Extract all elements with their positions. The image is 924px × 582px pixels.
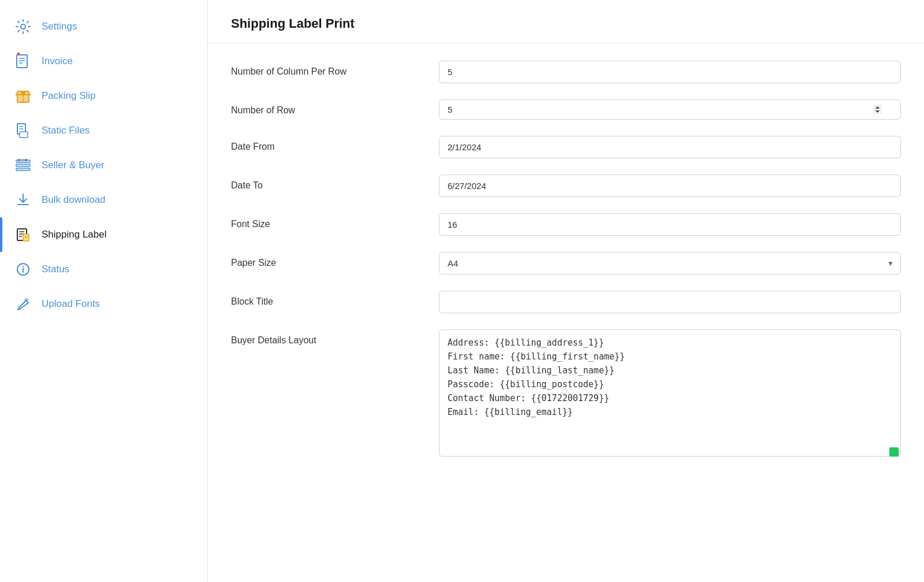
paper-size-select[interactable]: A4 A5 Letter Legal (439, 252, 901, 275)
sidebar-item-bulk-download[interactable]: Bulk download (0, 183, 207, 217)
form-row-column-per-row: Number of Column Per Row (231, 61, 901, 83)
sidebar-item-packing-slip-label: Packing Slip (42, 90, 96, 102)
shelf-icon (14, 156, 32, 175)
label-column-per-row: Number of Column Per Row (231, 61, 416, 77)
sidebar-item-invoice-label: Invoice (42, 55, 73, 67)
sidebar-item-bulk-download-label: Bulk download (42, 194, 106, 206)
date-to-wrapper (439, 175, 901, 197)
number-of-row-stepper-wrapper (439, 99, 901, 120)
column-per-row-input[interactable] (439, 61, 901, 83)
number-of-row-wrapper (439, 99, 901, 120)
page-title: Shipping Label Print (231, 16, 901, 31)
label-block-title: Block Title (231, 291, 416, 307)
form-row-paper-size: Paper Size A4 A5 Letter Legal ▼ (231, 252, 901, 275)
svg-rect-18 (25, 159, 27, 161)
label-font-size: Font Size (231, 213, 416, 229)
svg-rect-1 (17, 55, 27, 68)
buyer-details-textarea-wrapper: Address: {{billing_address_1}} First nam… (439, 329, 901, 459)
form-row-buyer-details: Buyer Details Layout Address: {{billing_… (231, 329, 901, 459)
svg-rect-16 (18, 159, 20, 161)
form-row-number-of-row: Number of Row (231, 99, 901, 120)
form-row-block-title: Block Title (231, 291, 901, 313)
sidebar-item-invoice[interactable]: Invoice (0, 44, 207, 79)
sidebar-item-upload-fonts[interactable]: Upload Fonts (0, 287, 207, 321)
font-size-input[interactable] (439, 213, 901, 236)
page-header: Shipping Label Print (208, 0, 924, 43)
date-to-input[interactable] (439, 175, 901, 197)
form-body: Number of Column Per Row Number of Row D… (208, 43, 924, 492)
info-icon (14, 260, 32, 279)
sidebar-item-shipping-label-label: Shipping Label (42, 229, 106, 240)
block-title-wrapper (439, 291, 901, 313)
sidebar-item-settings-label: Settings (42, 21, 77, 32)
font-size-wrapper (439, 213, 901, 236)
svg-rect-8 (21, 92, 25, 95)
svg-rect-14 (16, 164, 30, 166)
svg-rect-15 (16, 168, 30, 170)
sidebar-item-shipping-label[interactable]: Shipping Label (0, 217, 207, 252)
buyer-details-textarea[interactable]: Address: {{billing_address_1}} First nam… (439, 329, 901, 457)
sidebar-item-static-files[interactable]: Static Files (0, 113, 207, 148)
label-buyer-details: Buyer Details Layout (231, 329, 416, 346)
form-row-font-size: Font Size (231, 213, 901, 236)
svg-point-28 (23, 266, 24, 267)
number-of-row-input[interactable] (439, 99, 901, 120)
main-content: Shipping Label Print Number of Column Pe… (208, 0, 924, 582)
sidebar-item-static-files-label: Static Files (42, 125, 90, 136)
svg-rect-17 (21, 159, 24, 161)
sidebar-item-status[interactable]: Status (0, 252, 207, 287)
form-row-date-to: Date To (231, 175, 901, 197)
sidebar-item-seller-buyer-label: Seller & Buyer (42, 160, 105, 171)
form-row-date-from: Date From (231, 136, 901, 158)
svg-point-2 (17, 53, 20, 55)
column-per-row-wrapper (439, 61, 901, 83)
sidebar-item-settings[interactable]: Settings (0, 9, 207, 44)
sidebar: Settings Invoice Packing Slip (0, 0, 208, 582)
document-icon (14, 121, 32, 140)
block-title-input[interactable] (439, 291, 901, 313)
buyer-details-wrapper: Address: {{billing_address_1}} First nam… (439, 329, 901, 459)
date-from-input[interactable] (439, 136, 901, 158)
sidebar-item-upload-fonts-label: Upload Fonts (42, 298, 100, 310)
sidebar-item-packing-slip[interactable]: Packing Slip (0, 79, 207, 113)
paper-size-select-wrapper: A4 A5 Letter Legal ▼ (439, 252, 901, 275)
download-icon (14, 191, 32, 209)
pen-icon (14, 295, 32, 313)
svg-rect-10 (20, 132, 28, 138)
box-icon (14, 87, 32, 105)
textarea-resize-handle[interactable] (889, 447, 899, 457)
gear-icon (14, 17, 32, 36)
svg-point-0 (21, 24, 25, 29)
label-date-to: Date To (231, 175, 416, 191)
date-from-wrapper (439, 136, 901, 158)
sidebar-item-seller-buyer[interactable]: Seller & Buyer (0, 148, 207, 183)
label-date-from: Date From (231, 136, 416, 152)
content-card: Shipping Label Print Number of Column Pe… (208, 0, 924, 582)
label-paper-size: Paper Size (231, 252, 416, 268)
label-number-of-row: Number of Row (231, 99, 416, 116)
invoice-icon (14, 52, 32, 71)
label-icon (14, 225, 32, 244)
paper-size-wrapper: A4 A5 Letter Legal ▼ (439, 252, 901, 275)
sidebar-item-status-label: Status (42, 264, 69, 275)
